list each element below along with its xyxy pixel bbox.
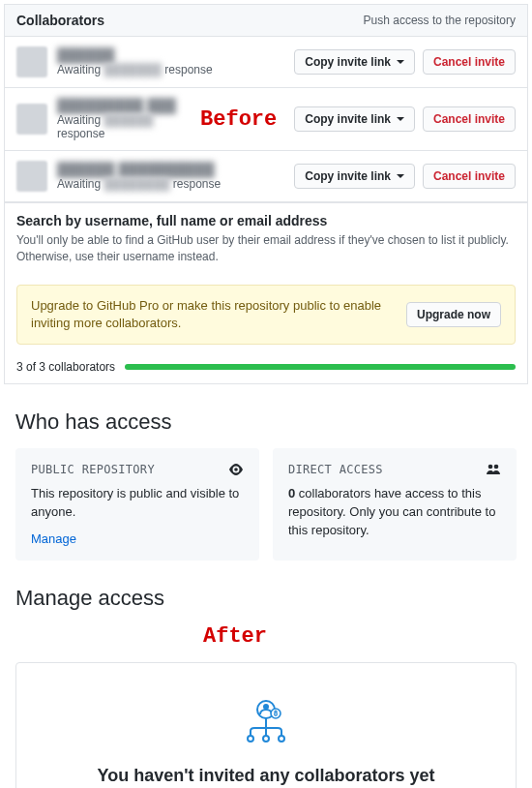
- public-repo-body: This repository is public and visible to…: [31, 485, 244, 522]
- collaborator-info: ██████ Awaiting ███████ response: [57, 47, 294, 76]
- collaborator-row: █████████ ███ Awaiting ██████ response B…: [5, 88, 527, 151]
- upgrade-banner-text: Upgrade to GitHub Pro or make this repos…: [31, 297, 395, 332]
- collaborator-name: ██████: [57, 47, 294, 63]
- collaborator-name: █████████ ███: [57, 98, 200, 113]
- caret-down-icon: [397, 117, 404, 121]
- svg-point-9: [279, 736, 284, 742]
- caret-down-icon: [397, 174, 404, 178]
- caret-down-icon: [397, 60, 404, 64]
- collaborator-quota: 3 of 3 collaborators: [5, 354, 527, 383]
- collaborators-subtitle: Push access to the repository: [364, 14, 516, 27]
- direct-access-card: DIRECT ACCESS 0 collaborators have acces…: [273, 448, 517, 561]
- collaborator-status: Awaiting ███████ response: [57, 63, 294, 76]
- svg-point-7: [248, 736, 253, 742]
- avatar: [16, 46, 47, 77]
- upgrade-banner: Upgrade to GitHub Pro or make this repos…: [16, 285, 516, 345]
- empty-state-title: You haven't invited any collaborators ye…: [28, 766, 504, 786]
- collaborators-panel: Collaborators Push access to the reposit…: [4, 4, 528, 384]
- collaborator-name: ██████ ██████████: [57, 162, 294, 177]
- svg-point-8: [263, 736, 269, 742]
- collaborators-header: Collaborators Push access to the reposit…: [5, 5, 527, 37]
- svg-point-0: [234, 468, 238, 471]
- public-repo-label: PUBLIC REPOSITORY: [31, 463, 155, 476]
- collaborator-row: ██████ Awaiting ███████ response Copy in…: [5, 37, 527, 88]
- collaborator-status: Awaiting ██████ response: [57, 113, 200, 140]
- direct-access-label: DIRECT ACCESS: [288, 463, 383, 476]
- svg-point-1: [488, 465, 493, 470]
- manage-access-empty: You haven't invited any collaborators ye…: [15, 662, 517, 788]
- after-annotation: After: [0, 624, 532, 652]
- eye-icon: [228, 462, 244, 477]
- copy-invite-link-button[interactable]: Copy invite link: [294, 49, 415, 75]
- collaborator-status: Awaiting ████████ response: [57, 177, 294, 191]
- manage-visibility-link[interactable]: Manage: [31, 531, 76, 546]
- who-has-access-heading: Who has access: [15, 409, 517, 435]
- collaborator-row: ██████ ██████████ Awaiting ████████ resp…: [5, 151, 527, 202]
- before-annotation: Before: [200, 107, 277, 132]
- search-help-title: Search by username, full name or email a…: [16, 213, 516, 228]
- direct-access-body: 0 collaborators have access to this repo…: [288, 485, 501, 540]
- copy-invite-link-button[interactable]: Copy invite link: [294, 106, 415, 132]
- search-help-desc: You'll only be able to find a GitHub use…: [16, 232, 516, 265]
- access-cards: PUBLIC REPOSITORY This repository is pub…: [0, 448, 532, 561]
- upgrade-now-button[interactable]: Upgrade now: [406, 302, 501, 327]
- avatar: [16, 161, 47, 192]
- people-icon: [486, 462, 501, 477]
- avatar: [16, 104, 47, 135]
- cancel-invite-button[interactable]: Cancel invite: [423, 106, 516, 132]
- collaborator-info: █████████ ███ Awaiting ██████ response: [57, 98, 200, 140]
- svg-point-2: [494, 465, 499, 470]
- cancel-invite-button[interactable]: Cancel invite: [423, 164, 516, 189]
- cancel-invite-button[interactable]: Cancel invite: [423, 49, 516, 75]
- collaborators-title: Collaborators: [16, 13, 104, 28]
- manage-access-heading: Manage access: [15, 586, 517, 611]
- collaborator-quota-label: 3 of 3 collaborators: [16, 360, 115, 374]
- collaborators-graphic-icon: [239, 696, 293, 743]
- copy-invite-link-button[interactable]: Copy invite link: [294, 164, 415, 189]
- collaborator-quota-bar: [125, 364, 516, 370]
- collaborator-info: ██████ ██████████ Awaiting ████████ resp…: [57, 162, 294, 191]
- public-repo-card: PUBLIC REPOSITORY This repository is pub…: [15, 448, 259, 561]
- search-help: Search by username, full name or email a…: [5, 202, 527, 275]
